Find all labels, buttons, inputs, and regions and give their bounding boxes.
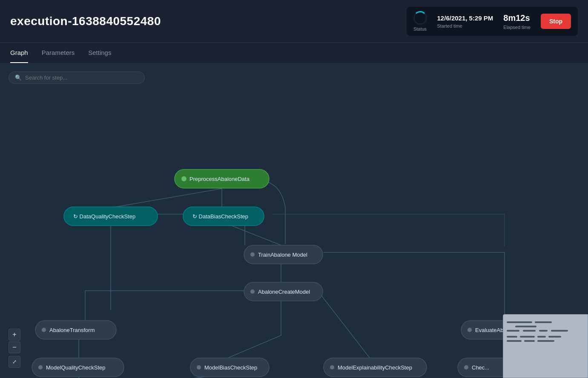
fullscreen-button[interactable]: ⤢ bbox=[9, 356, 20, 368]
started-label: Started time bbox=[437, 23, 462, 29]
tab-settings[interactable]: Settings bbox=[88, 43, 111, 63]
svg-point-23 bbox=[42, 328, 46, 332]
svg-text:Chec...: Chec... bbox=[472, 364, 489, 371]
svg-point-32 bbox=[197, 365, 201, 369]
started-time-group: 12/6/2021, 5:29 PM Started time bbox=[437, 14, 493, 29]
svg-point-29 bbox=[38, 365, 43, 369]
svg-point-10 bbox=[181, 176, 186, 181]
elapsed-label: Elapsed time bbox=[503, 25, 531, 30]
started-value: 12/6/2021, 5:29 PM bbox=[437, 14, 493, 22]
status-spinner bbox=[413, 11, 427, 25]
status-label: Status bbox=[413, 26, 427, 32]
svg-point-35 bbox=[330, 365, 334, 369]
svg-text:ModelBiasCheckStep: ModelBiasCheckStep bbox=[204, 364, 257, 371]
svg-text:TrainAbalone Model: TrainAbalone Model bbox=[258, 252, 307, 258]
zoom-controls: + − ⤢ bbox=[9, 329, 20, 368]
svg-point-38 bbox=[464, 365, 468, 369]
svg-text:AbaloneCreateModel: AbaloneCreateModel bbox=[258, 289, 310, 295]
svg-point-17 bbox=[250, 252, 255, 257]
zoom-out-button[interactable]: − bbox=[9, 341, 20, 353]
status-icon-group: Status bbox=[413, 11, 427, 32]
minimap bbox=[503, 314, 588, 378]
execution-title: execution-1638840552480 bbox=[10, 14, 161, 28]
elapsed-time-group: 8m12s Elapsed time bbox=[503, 13, 531, 30]
elapsed-value: 8m12s bbox=[503, 13, 530, 23]
svg-line-0 bbox=[111, 189, 222, 208]
graph-area: 🔍 true bbox=[0, 63, 588, 378]
header: execution-1638840552480 Status 12/6/2021… bbox=[0, 0, 588, 43]
svg-text:↻ DataBiasCheckStep: ↻ DataBiasCheckStep bbox=[192, 213, 248, 220]
tab-parameters[interactable]: Parameters bbox=[42, 43, 75, 63]
zoom-in-button[interactable]: + bbox=[9, 329, 20, 341]
svg-point-26 bbox=[468, 328, 472, 332]
graph-svg: true PreprocessAbaloneData ↻ DataQuality… bbox=[0, 63, 588, 378]
svg-text:↻ DataQualityCheckStep: ↻ DataQualityCheckStep bbox=[73, 213, 135, 220]
tabs-bar: Graph Parameters Settings bbox=[0, 43, 588, 63]
stop-button[interactable]: Stop bbox=[541, 14, 571, 29]
tab-graph[interactable]: Graph bbox=[10, 43, 28, 63]
status-bar: Status 12/6/2021, 5:29 PM Started time 8… bbox=[407, 7, 578, 36]
svg-point-20 bbox=[250, 289, 255, 294]
svg-text:AbaloneTransform: AbaloneTransform bbox=[49, 327, 95, 333]
svg-text:PreprocessAbaloneData: PreprocessAbaloneData bbox=[189, 176, 250, 182]
svg-text:ModelExplainabilityCheckStep: ModelExplainabilityCheckStep bbox=[338, 364, 412, 371]
svg-text:ModelQualityCheckStep: ModelQualityCheckStep bbox=[46, 364, 105, 371]
minimap-inner bbox=[503, 315, 588, 345]
